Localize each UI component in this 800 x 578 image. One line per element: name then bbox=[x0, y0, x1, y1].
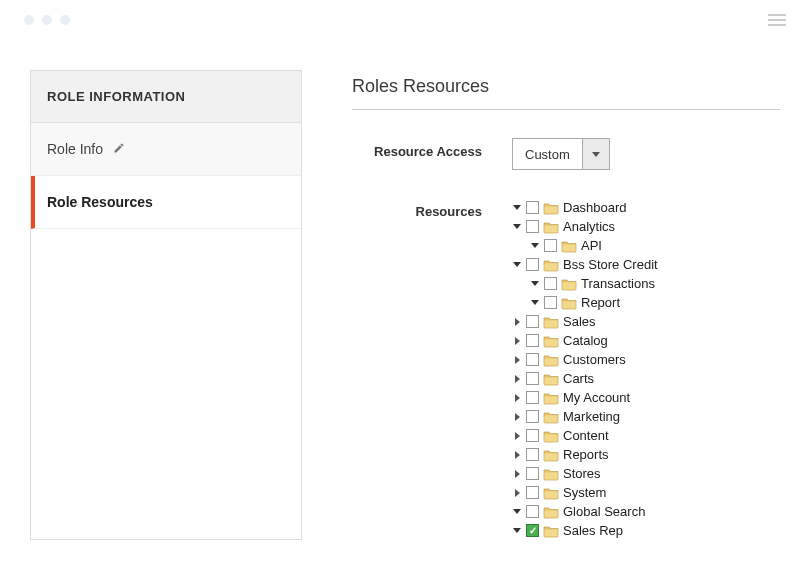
expand-icon[interactable] bbox=[512, 317, 522, 327]
tree-node: Bss Store Credit bbox=[512, 255, 658, 274]
tree-node: Analytics bbox=[512, 217, 658, 236]
tree-checkbox[interactable] bbox=[544, 239, 557, 252]
tree-node-label: Catalog bbox=[563, 331, 608, 351]
chevron-down-icon bbox=[592, 152, 600, 157]
resource-access-select[interactable]: Custom bbox=[512, 138, 610, 170]
tree-checkbox[interactable] bbox=[526, 315, 539, 328]
tree-node-label: System bbox=[563, 483, 606, 503]
main-panel: Roles Resources Resource Access Custom R… bbox=[352, 70, 780, 540]
tree-checkbox[interactable]: ✓ bbox=[526, 524, 539, 537]
tree-node: Customers bbox=[512, 350, 658, 369]
tree-node: My Account bbox=[512, 388, 658, 407]
window-dot bbox=[60, 15, 70, 25]
expand-icon[interactable] bbox=[512, 431, 522, 441]
tree-node: Marketing bbox=[512, 407, 658, 426]
tree-node-label: Customers bbox=[563, 350, 626, 370]
folder-icon bbox=[543, 486, 559, 500]
tree-checkbox[interactable] bbox=[526, 220, 539, 233]
expand-icon[interactable] bbox=[512, 393, 522, 403]
collapse-icon[interactable] bbox=[512, 203, 522, 213]
folder-icon bbox=[543, 467, 559, 481]
folder-icon bbox=[543, 258, 559, 272]
collapse-icon[interactable] bbox=[512, 526, 522, 536]
collapse-icon[interactable] bbox=[512, 260, 522, 270]
expand-icon[interactable] bbox=[512, 412, 522, 422]
collapse-icon[interactable] bbox=[530, 241, 540, 251]
tree-node-label: Report bbox=[581, 293, 620, 313]
layout: ROLE INFORMATION Role Info Role Resource… bbox=[0, 40, 800, 540]
collapse-icon[interactable] bbox=[512, 222, 522, 232]
folder-icon bbox=[543, 524, 559, 538]
folder-icon bbox=[543, 334, 559, 348]
folder-icon bbox=[543, 391, 559, 405]
expand-icon[interactable] bbox=[512, 450, 522, 460]
folder-icon bbox=[561, 277, 577, 291]
sidebar-item-role-info[interactable]: Role Info bbox=[31, 123, 301, 176]
tree-node-label: Analytics bbox=[563, 217, 615, 237]
tree-checkbox[interactable] bbox=[526, 353, 539, 366]
page-title: Roles Resources bbox=[352, 76, 780, 110]
expand-icon[interactable] bbox=[512, 336, 522, 346]
tree-checkbox[interactable] bbox=[526, 410, 539, 423]
tree-node-label: My Account bbox=[563, 388, 630, 408]
folder-icon bbox=[543, 372, 559, 386]
tree-node: Sales bbox=[512, 312, 658, 331]
tree-node-label: Content bbox=[563, 426, 609, 446]
tree-checkbox[interactable] bbox=[526, 258, 539, 271]
tree-checkbox[interactable] bbox=[526, 467, 539, 480]
tree-checkbox[interactable] bbox=[526, 391, 539, 404]
folder-icon bbox=[543, 315, 559, 329]
expand-icon[interactable] bbox=[512, 355, 522, 365]
window-dots bbox=[14, 15, 70, 25]
resources-label: Resources bbox=[352, 198, 482, 219]
tree-checkbox[interactable] bbox=[526, 334, 539, 347]
tree-node: Carts bbox=[512, 369, 658, 388]
tree-node: Stores bbox=[512, 464, 658, 483]
tree-node-label: Sales Rep bbox=[563, 521, 623, 541]
tree-node: ✓Sales Rep bbox=[512, 521, 658, 540]
tree-node: API bbox=[530, 236, 658, 255]
tree-node: System bbox=[512, 483, 658, 502]
resource-access-label: Resource Access bbox=[352, 138, 482, 159]
expand-icon[interactable] bbox=[512, 469, 522, 479]
tree-checkbox[interactable] bbox=[526, 448, 539, 461]
tree-node-label: Sales bbox=[563, 312, 596, 332]
expand-icon[interactable] bbox=[512, 374, 522, 384]
collapse-icon[interactable] bbox=[512, 507, 522, 517]
tree-node: Dashboard bbox=[512, 198, 658, 217]
tree-node-label: Global Search bbox=[563, 502, 645, 522]
tree-checkbox[interactable] bbox=[526, 201, 539, 214]
folder-icon bbox=[561, 239, 577, 253]
tree-node-label: Dashboard bbox=[563, 198, 627, 218]
sidebar-item-role-resources[interactable]: Role Resources bbox=[31, 176, 301, 229]
sidebar-header: ROLE INFORMATION bbox=[31, 71, 301, 123]
tree-checkbox[interactable] bbox=[526, 486, 539, 499]
tree-node-label: Transactions bbox=[581, 274, 655, 294]
menu-icon[interactable] bbox=[768, 11, 786, 29]
select-value: Custom bbox=[512, 138, 582, 170]
expand-icon[interactable] bbox=[512, 488, 522, 498]
folder-icon bbox=[543, 201, 559, 215]
pencil-icon bbox=[113, 141, 125, 157]
resources-tree: DashboardAnalyticsAPIBss Store CreditTra… bbox=[512, 198, 658, 540]
tree-checkbox[interactable] bbox=[544, 296, 557, 309]
tree-checkbox[interactable] bbox=[526, 429, 539, 442]
tree-node-label: API bbox=[581, 236, 602, 256]
sidebar-item-label: Role Resources bbox=[47, 194, 153, 210]
window-dot bbox=[24, 15, 34, 25]
sidebar: ROLE INFORMATION Role Info Role Resource… bbox=[30, 70, 302, 540]
tree-node-label: Carts bbox=[563, 369, 594, 389]
tree-node: Report bbox=[530, 293, 658, 312]
collapse-icon[interactable] bbox=[530, 298, 540, 308]
sidebar-item-label: Role Info bbox=[47, 141, 103, 157]
folder-icon bbox=[543, 505, 559, 519]
folder-icon bbox=[543, 410, 559, 424]
resource-access-row: Resource Access Custom bbox=[352, 138, 780, 170]
tree-checkbox[interactable] bbox=[526, 372, 539, 385]
collapse-icon[interactable] bbox=[530, 279, 540, 289]
tree-node: Global Search bbox=[512, 502, 658, 521]
tree-checkbox[interactable] bbox=[526, 505, 539, 518]
tree-checkbox[interactable] bbox=[544, 277, 557, 290]
select-dropdown-button[interactable] bbox=[582, 138, 610, 170]
tree-node-label: Bss Store Credit bbox=[563, 255, 658, 275]
